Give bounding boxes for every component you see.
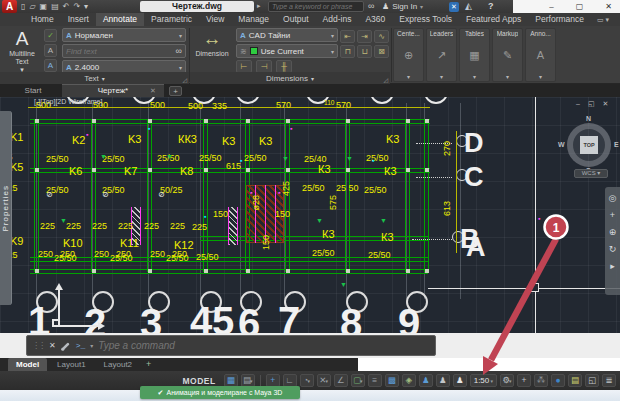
lineweight-icon[interactable]: ≡ bbox=[368, 374, 382, 387]
nav-motion-icon[interactable]: ▸ bbox=[610, 261, 615, 271]
dim-jog-line-icon[interactable]: ∿ bbox=[374, 30, 389, 43]
tab-layout1[interactable]: Layout1 bbox=[49, 358, 93, 371]
sign-in-control[interactable]: ♟ Sign In ▾ bbox=[382, 0, 423, 13]
panel-leaders[interactable]: Leaders↗▾ bbox=[426, 28, 457, 82]
wcs-dropdown[interactable]: WCS ▾ bbox=[574, 169, 608, 178]
ribbon-tab-a360[interactable]: A360 bbox=[358, 13, 392, 26]
sign-in-caret-icon[interactable]: ▾ bbox=[420, 3, 423, 10]
chevron-down-icon[interactable]: ▾ bbox=[179, 64, 182, 71]
help-search-field[interactable] bbox=[268, 1, 364, 12]
command-input[interactable] bbox=[98, 340, 430, 351]
ribbon-tab-home[interactable]: Home bbox=[24, 13, 61, 26]
find-binoculars-icon[interactable]: ∞ bbox=[176, 46, 182, 56]
tab-layout2[interactable]: Layout2 bbox=[96, 358, 140, 371]
a360-icon[interactable]: ◭ bbox=[465, 0, 472, 13]
quick-properties-icon[interactable]: ⁂ bbox=[534, 374, 548, 387]
dimension-button[interactable]: ↔ Dimension bbox=[192, 28, 232, 70]
ribbon-tab-parametric[interactable]: Parametric bbox=[144, 13, 199, 26]
chevron-down-icon[interactable]: ▾ bbox=[360, 378, 363, 384]
chevron-down-icon[interactable]: ▾ bbox=[325, 378, 328, 384]
panel-tables[interactable]: Tables▦▾ bbox=[459, 28, 490, 82]
panel-launcher-icon[interactable]: ◿ bbox=[182, 76, 187, 83]
save-icon[interactable]: ▣ bbox=[40, 0, 48, 13]
panel-caret-icon[interactable]: ▾ bbox=[311, 75, 314, 82]
dim-angular-icon[interactable]: ⊓ bbox=[340, 45, 355, 58]
viewcube-west[interactable]: W bbox=[558, 141, 565, 148]
annotation-scale-control[interactable]: 1:50 ▾ bbox=[470, 374, 497, 387]
chevron-down-icon[interactable]: ▾ bbox=[407, 73, 410, 80]
chevron-down-icon[interactable]: ▾ bbox=[506, 73, 509, 80]
chevron-down-icon[interactable]: ▾ bbox=[331, 48, 334, 55]
chevron-down-icon[interactable]: ▾ bbox=[490, 378, 493, 384]
viewcube[interactable]: TOP N S W E bbox=[561, 117, 617, 173]
nav-zoom-icon[interactable]: ⊕ bbox=[609, 227, 617, 237]
chevron-down-icon[interactable]: ▾ bbox=[539, 73, 542, 80]
app-logo-icon[interactable]: A bbox=[2, 0, 17, 13]
workspace-gear-icon[interactable]: ⚙▾ bbox=[500, 374, 514, 387]
window-close-button[interactable]: ✕ bbox=[605, 0, 612, 13]
navigation-bar[interactable]: ◎+⊕↻▸ bbox=[605, 187, 620, 295]
dimensions-panel-footer[interactable]: Dimensions ▾ ◿ bbox=[190, 72, 390, 84]
viewport-close-button[interactable]: ✕ bbox=[603, 100, 609, 108]
ribbon-tab-add-ins[interactable]: Add-ins bbox=[316, 13, 359, 26]
ribbon-tab-manage[interactable]: Manage bbox=[231, 13, 276, 26]
search-binoculars-icon[interactable]: ∞ bbox=[368, 0, 374, 13]
panel-centerlines[interactable]: Cente...⊕▾ bbox=[393, 28, 424, 82]
panel-markup[interactable]: Markup✎▾ bbox=[492, 28, 523, 82]
ribbon-tab-performance[interactable]: Performance bbox=[528, 13, 591, 26]
help-icon[interactable]: ? bbox=[488, 0, 494, 13]
dim-layer-combo[interactable]: ≋ Use Current ▾ bbox=[236, 44, 338, 58]
find-text-field[interactable]: ∞ bbox=[62, 44, 186, 58]
viewcube-east[interactable]: E bbox=[614, 141, 619, 148]
annotation-people-icon[interactable]: ♟ bbox=[453, 374, 467, 387]
text-panel-footer[interactable]: Text ▾ ◿ bbox=[0, 72, 189, 84]
command-wrench-icon[interactable] bbox=[61, 341, 71, 351]
tab-close-icon[interactable]: ✕ bbox=[150, 84, 156, 97]
undo-icon[interactable]: ↶ bbox=[63, 0, 70, 13]
ribbon-tab-featured-apps[interactable]: Featured Apps bbox=[459, 13, 528, 26]
chevron-down-icon[interactable]: ▾ bbox=[308, 378, 311, 384]
text-style-dialog-icon[interactable]: A bbox=[44, 59, 57, 72]
sign-in-label[interactable]: Sign In bbox=[392, 2, 417, 11]
object-snap-icon[interactable]: ▢▾ bbox=[351, 374, 365, 387]
ribbon-tab-annotate[interactable]: Annotate bbox=[96, 13, 144, 26]
transparency-icon[interactable]: ▩ bbox=[385, 374, 399, 387]
qat-dropdown-icon[interactable]: ▾ bbox=[84, 0, 88, 13]
model-space-button[interactable]: MODEL bbox=[182, 376, 215, 386]
viewport-restore-button[interactable]: ◱ bbox=[588, 100, 595, 108]
multiline-text-button[interactable]: A Multiline Text ▾ bbox=[2, 28, 42, 70]
chevron-down-icon[interactable]: ▾ bbox=[179, 32, 182, 39]
redo-icon[interactable]: ↷ bbox=[73, 0, 80, 13]
dim-update-icon[interactable]: ⊔ bbox=[357, 45, 372, 58]
command-close-icon[interactable]: ✕ bbox=[49, 341, 56, 350]
panel-annotation[interactable]: Anno...A▾ bbox=[525, 28, 556, 82]
ribbon-tab-insert[interactable]: Insert bbox=[61, 13, 96, 26]
annotation-autoscale-icon[interactable]: ♟ bbox=[436, 374, 450, 387]
clean-screen-icon[interactable]: ◱ bbox=[585, 374, 599, 387]
customization-menu-icon[interactable]: ≣ bbox=[602, 374, 616, 387]
ribbon-tab-view[interactable]: View bbox=[199, 13, 231, 26]
ribbon-tab-output[interactable]: Output bbox=[276, 13, 316, 26]
chevron-down-icon[interactable]: ▾ bbox=[440, 73, 443, 80]
isometric-drafting-icon[interactable]: ∠ bbox=[334, 374, 348, 387]
dim-style-combo[interactable]: A CAD Тайни ▾ bbox=[236, 28, 338, 42]
annotation-visibility-icon[interactable]: ♟ bbox=[419, 374, 433, 387]
title-caret-icon[interactable]: ▸ bbox=[257, 2, 261, 10]
open-file-icon[interactable]: ▱ bbox=[29, 0, 35, 13]
ribbon-collapse-button[interactable]: ▭ ▾ bbox=[597, 13, 609, 26]
nav-wheel-icon[interactable]: ◎ bbox=[609, 193, 617, 203]
command-grip-icon[interactable]: ⋮⋮ bbox=[32, 341, 44, 350]
polar-tracking-icon[interactable]: ◔▾ bbox=[300, 374, 314, 387]
tab-model[interactable]: Model bbox=[8, 358, 47, 371]
new-file-icon[interactable]: ▯ bbox=[21, 0, 25, 13]
ribbon-tab-express-tools[interactable]: Express Tools bbox=[392, 13, 459, 26]
dim-break-icon[interactable]: ⇤ bbox=[340, 30, 355, 43]
find-text-input[interactable] bbox=[66, 47, 173, 56]
text-style-combo[interactable]: A Нормален ▾ bbox=[62, 28, 186, 42]
window-maximize-button[interactable]: ▢ bbox=[576, 0, 584, 13]
exchange-apps-icon[interactable]: ✕ bbox=[449, 2, 459, 12]
find-text-icon[interactable]: A bbox=[44, 44, 57, 57]
command-line[interactable]: ⋮⋮ ✕ >_ ▾ bbox=[26, 335, 436, 356]
nav-orbit-icon[interactable]: ↻ bbox=[609, 244, 617, 254]
tab-drawing[interactable]: Чертеж* bbox=[62, 84, 164, 97]
